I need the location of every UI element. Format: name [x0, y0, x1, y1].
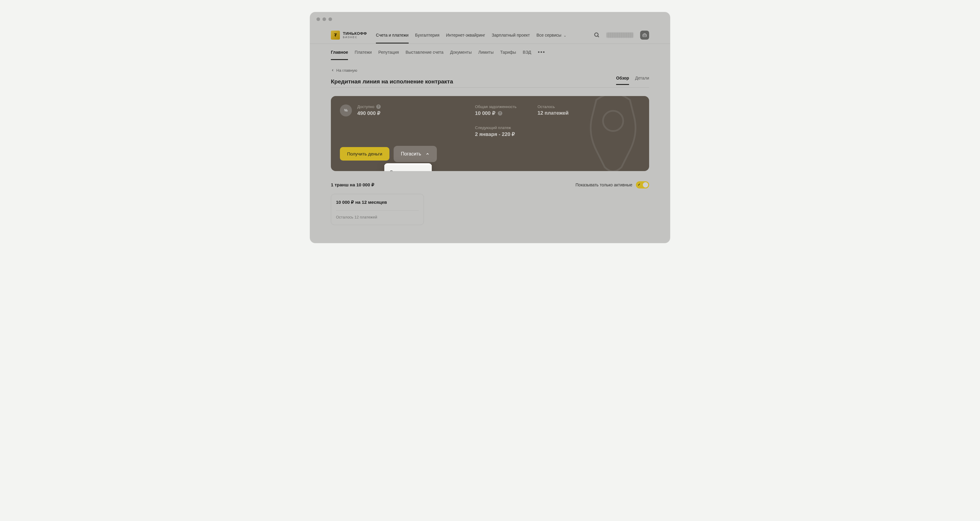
window-dot: [317, 17, 320, 21]
logo-brand: ТИНЬКОФФ: [343, 31, 367, 36]
dropdown-item-label: С моего счета: [390, 169, 419, 171]
browser-frame: ₮ ТИНЬКОФФ БИЗНЕС Счета и платежи Бухгал…: [310, 12, 670, 243]
subnav-more-icon[interactable]: •••: [538, 44, 545, 61]
briefcase-icon[interactable]: [640, 30, 649, 40]
remaining-value: 12 платежей: [538, 110, 568, 116]
svg-line-1: [598, 36, 599, 37]
logo[interactable]: ₮ ТИНЬКОФФ БИЗНЕС: [331, 30, 367, 40]
top-nav: ₮ ТИНЬКОФФ БИЗНЕС Счета и платежи Бухгал…: [310, 26, 670, 44]
help-icon[interactable]: ?: [498, 111, 502, 116]
tab-details[interactable]: Детали: [635, 76, 649, 85]
next-payment-label: Следующий платеж: [475, 125, 516, 130]
dropdown-item-from-account[interactable]: С моего счета: [384, 165, 432, 171]
active-only-toggle[interactable]: ✓: [636, 181, 649, 189]
svg-point-0: [595, 33, 598, 36]
tranche-card[interactable]: 10 000 ₽ на 12 месяцев Осталось 12 плате…: [331, 194, 424, 225]
tranche-title: 10 000 ₽ на 12 месяцев: [336, 200, 419, 205]
get-money-button[interactable]: Получить деньги: [340, 147, 390, 160]
subnav-tariffs[interactable]: Тарифы: [500, 44, 516, 60]
subnav-ved[interactable]: ВЭД: [523, 44, 531, 60]
subnav-main[interactable]: Главное: [331, 44, 348, 60]
subnav-payments[interactable]: Платежи: [355, 44, 372, 60]
back-link[interactable]: На главную: [331, 68, 357, 73]
chevron-down-icon: ⌄: [563, 33, 566, 37]
available-label: Доступно: [357, 105, 374, 109]
chevron-up-icon: [425, 152, 430, 156]
check-icon: ✓: [638, 183, 640, 187]
window-controls: [310, 12, 670, 26]
available-value: 490 000 ₽: [357, 110, 381, 116]
subnav-invoicing[interactable]: Выставление счета: [406, 44, 444, 60]
window-dot: [328, 17, 332, 21]
repay-dropdown: С моего счета Переводом: [384, 163, 432, 171]
page-title: Кредитная линия на исполнение контракта: [331, 78, 453, 85]
logo-shield-icon: ₮: [331, 30, 340, 40]
sub-nav: Главное Платежи Репутация Выставление сч…: [310, 44, 670, 60]
debt-label: Общая задолженность: [475, 105, 516, 109]
nav-accounting[interactable]: Бухгалтерия: [415, 27, 439, 43]
svg-point-4: [603, 111, 623, 131]
tranche-sub: Осталось 12 платежей: [336, 215, 419, 219]
nav-payroll[interactable]: Зарплатный проект: [492, 27, 530, 43]
tranche-summary: 1 транш на 10 000 ₽: [331, 182, 374, 187]
nav-acquiring[interactable]: Интернет-эквайринг: [446, 27, 485, 43]
debt-value: 10 000 ₽: [475, 110, 495, 116]
back-link-label: На главную: [336, 68, 357, 73]
svg-rect-2: [643, 34, 646, 37]
search-icon[interactable]: [594, 32, 600, 38]
repay-button-label: Погасить: [401, 151, 421, 157]
view-tabs: Обзор Детали: [616, 76, 649, 85]
divider: [336, 210, 419, 211]
chevron-left-icon: [331, 68, 334, 72]
repay-button[interactable]: Погасить: [394, 146, 437, 162]
tab-overview[interactable]: Обзор: [616, 76, 629, 85]
nav-accounts-payments[interactable]: Счета и платежи: [376, 27, 409, 43]
window-dot: [323, 17, 326, 21]
top-nav-items: Счета и платежи Бухгалтерия Интернет-экв…: [376, 27, 566, 43]
subnav-reputation[interactable]: Репутация: [378, 44, 399, 60]
logo-sub: БИЗНЕС: [343, 36, 367, 39]
nav-all-services[interactable]: Все сервисы ⌄: [536, 27, 566, 43]
help-icon[interactable]: ?: [376, 105, 381, 109]
toggle-knob: [643, 182, 648, 187]
subnav-limits[interactable]: Лимиты: [478, 44, 493, 60]
page-content: На главную Кредитная линия на исполнение…: [310, 60, 670, 243]
remaining-label: Осталось: [538, 105, 568, 109]
credit-line-hero: % Доступно ? 490 000 ₽ Общая задолженнос…: [331, 96, 649, 171]
toggle-label: Показывать только активные: [576, 183, 632, 187]
nav-all-services-label: Все сервисы: [536, 33, 562, 38]
org-name-blurred: [606, 32, 633, 38]
subnav-documents[interactable]: Документы: [450, 44, 472, 60]
percent-icon: %: [340, 105, 352, 116]
next-payment-value: 2 января - 220 ₽: [475, 131, 516, 137]
